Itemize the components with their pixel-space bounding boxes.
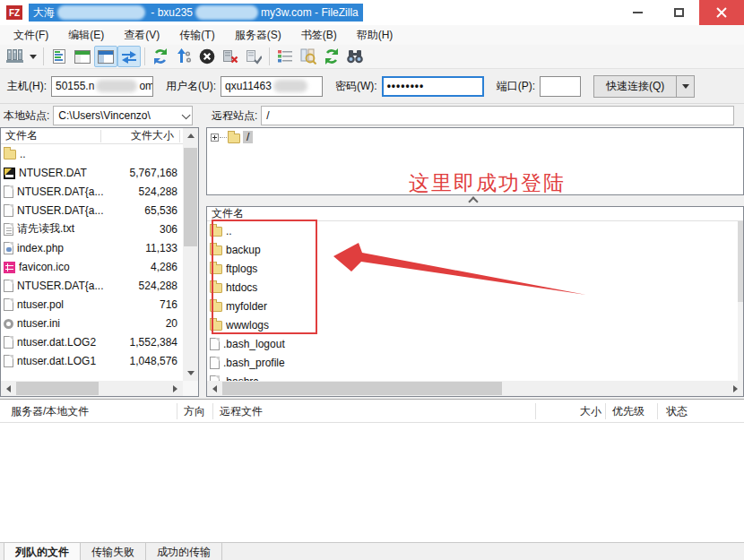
file-size: 716 bbox=[113, 298, 183, 311]
menu-view[interactable]: 查看(V) bbox=[114, 25, 169, 45]
close-button[interactable] bbox=[699, 0, 744, 25]
host-input[interactable]: 50155.n om bbox=[51, 76, 153, 97]
maximize-button[interactable] bbox=[658, 0, 699, 25]
file-row[interactable]: ntuser.ini20 bbox=[1, 314, 183, 332]
scrollbar-thumb[interactable] bbox=[222, 382, 502, 395]
file-row[interactable]: NTUSER.DAT{a...65,536 bbox=[1, 201, 183, 220]
column-size[interactable]: 大小 bbox=[542, 404, 601, 419]
column-divider[interactable] bbox=[179, 130, 180, 142]
file-row[interactable]: NTUSER.DAT5,767,168 bbox=[1, 163, 183, 182]
file-row[interactable]: .bashrc bbox=[207, 372, 738, 381]
password-input[interactable]: •••••••• bbox=[382, 76, 484, 97]
menu-edit[interactable]: 编辑(E) bbox=[58, 25, 114, 45]
find-files-button[interactable] bbox=[343, 46, 367, 67]
column-divider[interactable] bbox=[535, 403, 536, 419]
column-status[interactable]: 状态 bbox=[666, 404, 688, 419]
file-row[interactable]: index.php11,133 bbox=[1, 238, 183, 257]
username-input[interactable]: qxu11463 bbox=[221, 76, 323, 97]
file-row[interactable]: .bash_profile bbox=[207, 353, 738, 372]
site-manager-icon bbox=[6, 48, 24, 65]
cancel-operation-button[interactable] bbox=[195, 46, 219, 67]
tab-successful-transfers[interactable]: 成功的传输 bbox=[146, 543, 222, 560]
directory-comparison-button[interactable] bbox=[297, 46, 320, 67]
column-remote-file[interactable]: 远程文件 bbox=[220, 404, 263, 419]
pane-splitter[interactable] bbox=[199, 104, 206, 399]
scroll-down-button[interactable] bbox=[183, 366, 198, 381]
remote-tree-icon bbox=[98, 50, 114, 64]
scroll-right-button[interactable] bbox=[728, 381, 743, 396]
column-divider[interactable] bbox=[100, 130, 101, 142]
menu-server[interactable]: 服务器(S) bbox=[225, 25, 291, 45]
vertical-scrollbar[interactable] bbox=[183, 128, 198, 381]
horizontal-scrollbar[interactable] bbox=[207, 381, 743, 396]
file-row[interactable]: ntuser.dat.LOG11,048,576 bbox=[1, 351, 183, 370]
file-row[interactable]: .. bbox=[1, 144, 183, 163]
column-priority[interactable]: 优先级 bbox=[612, 404, 645, 419]
column-divider[interactable] bbox=[657, 403, 658, 419]
column-direction[interactable]: 方向 bbox=[184, 404, 205, 419]
disconnect-button[interactable] bbox=[219, 46, 242, 67]
message-log-icon bbox=[52, 49, 66, 64]
password-label: 密码(W): bbox=[335, 79, 377, 94]
process-queue-button[interactable] bbox=[172, 46, 195, 67]
column-filesize[interactable]: 文件大小 bbox=[131, 128, 174, 143]
process-queue-icon bbox=[176, 48, 192, 65]
file-row[interactable]: NTUSER.DAT{a...524,288 bbox=[1, 182, 183, 201]
menu-bookmarks[interactable]: 书签(B) bbox=[291, 25, 347, 45]
synchronized-browsing-button[interactable] bbox=[320, 46, 343, 67]
file-size: 11,133 bbox=[113, 242, 183, 254]
scroll-right-button[interactable] bbox=[168, 381, 183, 396]
quickconnect-button[interactable]: 快速连接(Q) bbox=[593, 75, 677, 98]
menu-transfer[interactable]: 传输(T) bbox=[169, 25, 224, 45]
site-manager-button[interactable] bbox=[4, 46, 27, 67]
toggle-remote-tree-button[interactable] bbox=[94, 46, 117, 67]
file-row[interactable]: .bash_logout bbox=[207, 334, 738, 353]
column-filename[interactable]: 文件名 bbox=[1, 128, 38, 143]
reconnect-button[interactable] bbox=[242, 46, 265, 67]
file-row[interactable]: ntuser.pol716 bbox=[1, 295, 183, 314]
remote-site-combobox[interactable]: / bbox=[261, 106, 734, 125]
menu-help[interactable]: 帮助(H) bbox=[347, 25, 403, 45]
file-row[interactable]: favicon.ico4,286 bbox=[1, 257, 183, 276]
tree-expand-icon[interactable] bbox=[211, 134, 219, 142]
scrollbar-thumb[interactable] bbox=[16, 382, 99, 395]
column-divider[interactable] bbox=[177, 403, 177, 419]
file-name: favicon.ico bbox=[19, 261, 113, 273]
scrollbar-thumb[interactable] bbox=[184, 148, 197, 246]
local-site-label: 本地站点: bbox=[4, 108, 49, 124]
quickconnect-dropdown-button[interactable] bbox=[677, 75, 695, 98]
minimize-button[interactable] bbox=[617, 0, 658, 25]
site-manager-dropdown-button[interactable] bbox=[27, 46, 39, 67]
filezilla-logo-icon: FZ bbox=[6, 5, 22, 20]
menu-file[interactable]: 文件(F) bbox=[4, 25, 58, 45]
tab-queued-files[interactable]: 列队的文件 bbox=[4, 543, 81, 560]
refresh-button[interactable] bbox=[149, 46, 172, 67]
tab-failed-transfers[interactable]: 传输失败 bbox=[81, 543, 146, 560]
ini-file-icon bbox=[4, 319, 13, 329]
arrow-right-icon bbox=[733, 385, 738, 392]
vertical-scrollbar[interactable] bbox=[738, 221, 743, 381]
file-row[interactable]: ntuser.dat.LOG21,552,384 bbox=[1, 332, 183, 351]
port-input[interactable] bbox=[540, 76, 581, 97]
minimize-icon bbox=[633, 12, 643, 13]
file-row[interactable]: 请先读我.txt306 bbox=[1, 220, 183, 238]
toggle-local-tree-button[interactable] bbox=[71, 46, 94, 67]
local-site-combobox[interactable]: C:\Users\Vincenzo\ bbox=[53, 106, 193, 125]
horizontal-scrollbar[interactable] bbox=[1, 381, 183, 396]
tree-root-label[interactable]: / bbox=[243, 131, 253, 143]
column-divider[interactable] bbox=[212, 403, 213, 419]
file-icon bbox=[4, 204, 13, 217]
scroll-up-button[interactable] bbox=[183, 128, 198, 143]
menu-bar: 文件(F) 编辑(E) 查看(V) 传输(T) 服务器(S) 书签(B) 帮助(… bbox=[0, 25, 744, 45]
column-divider[interactable] bbox=[605, 403, 606, 419]
file-icon bbox=[4, 298, 13, 311]
column-server-local-file[interactable]: 服务器/本地文件 bbox=[11, 404, 89, 419]
filter-button[interactable] bbox=[273, 46, 297, 67]
scrollbar-thumb[interactable] bbox=[738, 221, 743, 302]
file-row[interactable]: NTUSER.DAT{a...524,288 bbox=[1, 276, 183, 295]
scroll-left-button[interactable] bbox=[1, 381, 16, 396]
scroll-left-button[interactable] bbox=[207, 381, 222, 396]
toggle-message-log-button[interactable] bbox=[48, 46, 71, 67]
toggle-transfer-queue-button[interactable] bbox=[117, 46, 141, 67]
tree-root-row[interactable]: / bbox=[207, 128, 743, 143]
